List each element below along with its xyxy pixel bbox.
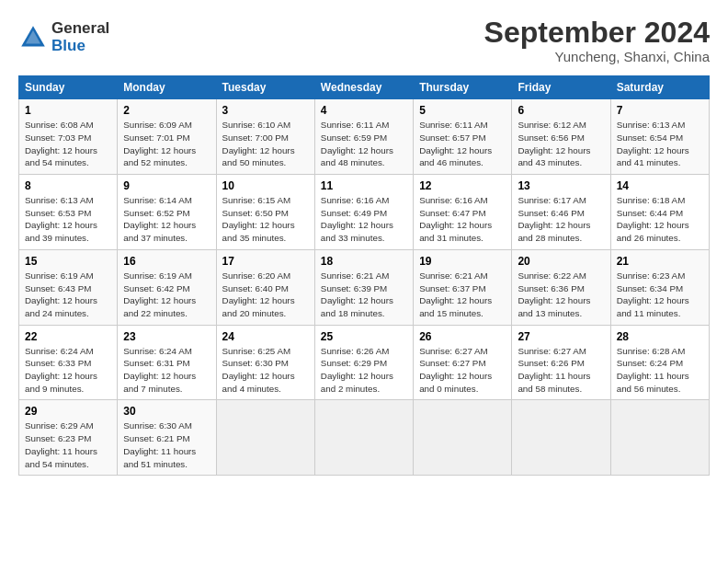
day-info: Sunrise: 6:09 AMSunset: 7:01 PMDaylight:… — [123, 119, 210, 169]
calendar-cell: 30Sunrise: 6:30 AMSunset: 6:21 PMDayligh… — [118, 400, 216, 476]
day-info: Sunrise: 6:11 AMSunset: 6:57 PMDaylight:… — [419, 119, 506, 169]
day-info: Sunrise: 6:13 AMSunset: 6:53 PMDaylight:… — [25, 194, 111, 245]
day-number: 26 — [419, 330, 506, 343]
calendar-table: Sunday Monday Tuesday Wednesday Thursday… — [18, 75, 710, 476]
day-info: Sunrise: 6:24 AMSunset: 6:33 PMDaylight:… — [25, 345, 111, 396]
day-info: Sunrise: 6:16 AMSunset: 6:49 PMDaylight:… — [321, 194, 407, 245]
col-friday: Friday — [512, 76, 610, 99]
day-number: 27 — [518, 330, 604, 343]
day-info: Sunrise: 6:17 AMSunset: 6:46 PMDaylight:… — [518, 194, 604, 245]
day-info: Sunrise: 6:08 AMSunset: 7:03 PMDaylight:… — [25, 119, 111, 169]
day-number: 3 — [222, 104, 309, 117]
calendar-cell — [216, 400, 314, 476]
day-info: Sunrise: 6:28 AMSunset: 6:24 PMDaylight:… — [617, 345, 703, 396]
calendar-row: 1Sunrise: 6:08 AMSunset: 7:03 PMDaylight… — [19, 99, 710, 175]
day-info: Sunrise: 6:23 AMSunset: 6:34 PMDaylight:… — [617, 270, 703, 320]
calendar-cell: 29Sunrise: 6:29 AMSunset: 6:23 PMDayligh… — [19, 400, 118, 476]
day-number: 21 — [617, 255, 703, 268]
logo: General Blue — [18, 20, 109, 54]
day-number: 11 — [321, 179, 407, 192]
day-info: Sunrise: 6:15 AMSunset: 6:50 PMDaylight:… — [222, 194, 309, 245]
day-info: Sunrise: 6:18 AMSunset: 6:44 PMDaylight:… — [617, 194, 703, 245]
day-number: 19 — [419, 255, 506, 268]
calendar-cell: 6Sunrise: 6:12 AMSunset: 6:56 PMDaylight… — [512, 99, 610, 175]
calendar-cell: 8Sunrise: 6:13 AMSunset: 6:53 PMDaylight… — [19, 175, 118, 250]
calendar-cell: 23Sunrise: 6:24 AMSunset: 6:31 PMDayligh… — [118, 325, 216, 400]
col-thursday: Thursday — [414, 76, 512, 99]
day-number: 7 — [617, 104, 703, 117]
calendar-cell: 21Sunrise: 6:23 AMSunset: 6:34 PMDayligh… — [610, 249, 709, 325]
logo-icon — [18, 23, 48, 52]
day-info: Sunrise: 6:19 AMSunset: 6:43 PMDaylight:… — [25, 270, 111, 320]
logo-general: General — [51, 20, 109, 38]
day-number: 17 — [222, 255, 309, 268]
calendar-cell: 19Sunrise: 6:21 AMSunset: 6:37 PMDayligh… — [414, 249, 512, 325]
title-block: September 2024 Yuncheng, Shanxi, China — [484, 17, 710, 64]
calendar-cell: 11Sunrise: 6:16 AMSunset: 6:49 PMDayligh… — [314, 175, 413, 250]
col-sunday: Sunday — [19, 76, 118, 99]
col-saturday: Saturday — [610, 76, 709, 99]
calendar-row: 15Sunrise: 6:19 AMSunset: 6:43 PMDayligh… — [19, 249, 710, 325]
calendar-cell: 16Sunrise: 6:19 AMSunset: 6:42 PMDayligh… — [118, 249, 216, 325]
day-number: 8 — [25, 179, 111, 192]
location: Yuncheng, Shanxi, China — [484, 49, 710, 64]
day-number: 15 — [25, 255, 111, 268]
day-number: 12 — [419, 179, 506, 192]
day-number: 29 — [25, 405, 111, 418]
day-number: 5 — [419, 104, 506, 117]
calendar-cell — [610, 400, 709, 476]
col-wednesday: Wednesday — [314, 76, 413, 99]
logo-text: General Blue — [51, 20, 109, 54]
calendar-cell: 20Sunrise: 6:22 AMSunset: 6:36 PMDayligh… — [512, 249, 610, 325]
day-number: 2 — [123, 104, 210, 117]
day-number: 13 — [518, 179, 604, 192]
calendar-cell: 12Sunrise: 6:16 AMSunset: 6:47 PMDayligh… — [414, 175, 512, 250]
day-info: Sunrise: 6:29 AMSunset: 6:23 PMDaylight:… — [25, 419, 111, 470]
day-number: 10 — [222, 179, 309, 192]
day-number: 18 — [321, 255, 407, 268]
calendar-row: 8Sunrise: 6:13 AMSunset: 6:53 PMDaylight… — [19, 175, 710, 250]
calendar-cell: 10Sunrise: 6:15 AMSunset: 6:50 PMDayligh… — [216, 175, 314, 250]
day-number: 4 — [321, 104, 407, 117]
day-number: 9 — [123, 179, 210, 192]
day-number: 22 — [25, 330, 111, 343]
calendar-cell: 22Sunrise: 6:24 AMSunset: 6:33 PMDayligh… — [19, 325, 118, 400]
day-number: 24 — [222, 330, 309, 343]
logo-blue: Blue — [51, 38, 109, 55]
day-info: Sunrise: 6:27 AMSunset: 6:26 PMDaylight:… — [518, 345, 604, 396]
day-info: Sunrise: 6:19 AMSunset: 6:42 PMDaylight:… — [123, 270, 210, 320]
calendar-cell: 26Sunrise: 6:27 AMSunset: 6:27 PMDayligh… — [414, 325, 512, 400]
day-number: 23 — [123, 330, 210, 343]
calendar-cell: 24Sunrise: 6:25 AMSunset: 6:30 PMDayligh… — [216, 325, 314, 400]
calendar-cell: 28Sunrise: 6:28 AMSunset: 6:24 PMDayligh… — [610, 325, 709, 400]
calendar-cell: 18Sunrise: 6:21 AMSunset: 6:39 PMDayligh… — [314, 249, 413, 325]
day-info: Sunrise: 6:24 AMSunset: 6:31 PMDaylight:… — [123, 345, 210, 396]
day-number: 25 — [321, 330, 407, 343]
day-number: 6 — [518, 104, 604, 117]
day-info: Sunrise: 6:11 AMSunset: 6:59 PMDaylight:… — [321, 119, 407, 169]
day-info: Sunrise: 6:26 AMSunset: 6:29 PMDaylight:… — [321, 345, 407, 396]
day-info: Sunrise: 6:21 AMSunset: 6:37 PMDaylight:… — [419, 270, 506, 320]
day-number: 20 — [518, 255, 604, 268]
day-info: Sunrise: 6:16 AMSunset: 6:47 PMDaylight:… — [419, 194, 506, 245]
day-info: Sunrise: 6:12 AMSunset: 6:56 PMDaylight:… — [518, 119, 604, 169]
calendar-cell — [314, 400, 413, 476]
day-info: Sunrise: 6:10 AMSunset: 7:00 PMDaylight:… — [222, 119, 309, 169]
calendar-row: 29Sunrise: 6:29 AMSunset: 6:23 PMDayligh… — [19, 400, 710, 476]
day-info: Sunrise: 6:27 AMSunset: 6:27 PMDaylight:… — [419, 345, 506, 396]
header: General Blue September 2024 Yuncheng, Sh… — [18, 17, 710, 64]
day-info: Sunrise: 6:14 AMSunset: 6:52 PMDaylight:… — [123, 194, 210, 245]
day-number: 28 — [617, 330, 703, 343]
calendar-cell — [512, 400, 610, 476]
day-info: Sunrise: 6:21 AMSunset: 6:39 PMDaylight:… — [321, 270, 407, 320]
calendar-cell: 15Sunrise: 6:19 AMSunset: 6:43 PMDayligh… — [19, 249, 118, 325]
calendar-cell: 25Sunrise: 6:26 AMSunset: 6:29 PMDayligh… — [314, 325, 413, 400]
day-info: Sunrise: 6:20 AMSunset: 6:40 PMDaylight:… — [222, 270, 309, 320]
calendar-cell: 14Sunrise: 6:18 AMSunset: 6:44 PMDayligh… — [610, 175, 709, 250]
header-row: Sunday Monday Tuesday Wednesday Thursday… — [19, 76, 710, 99]
calendar-cell: 4Sunrise: 6:11 AMSunset: 6:59 PMDaylight… — [314, 99, 413, 175]
calendar-cell: 1Sunrise: 6:08 AMSunset: 7:03 PMDaylight… — [19, 99, 118, 175]
calendar-cell — [414, 400, 512, 476]
calendar-cell: 5Sunrise: 6:11 AMSunset: 6:57 PMDaylight… — [414, 99, 512, 175]
calendar-cell: 7Sunrise: 6:13 AMSunset: 6:54 PMDaylight… — [610, 99, 709, 175]
